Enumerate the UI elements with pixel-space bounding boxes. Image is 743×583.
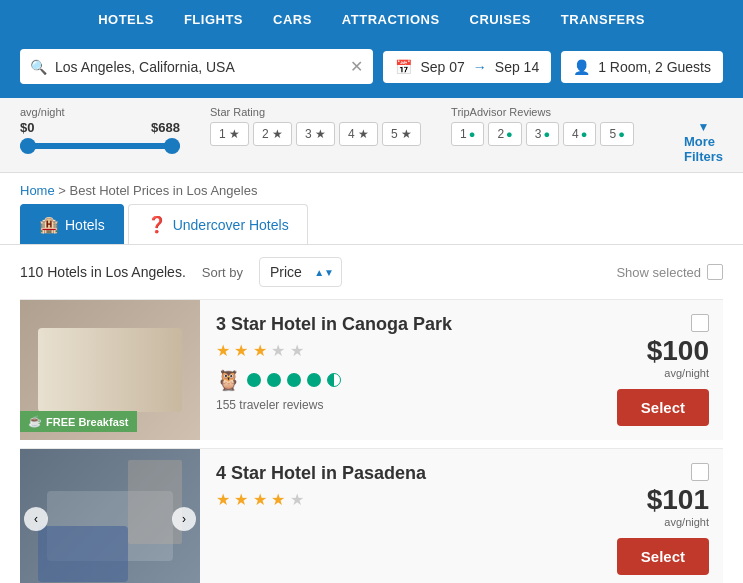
chevron-down-icon: ▼ (698, 120, 710, 134)
price-filter: avg/night $0 $688 (20, 106, 180, 149)
hotel-price-section-1: $100 avg/night Select (603, 300, 723, 440)
tab-undercover-hotels[interactable]: ❓ Undercover Hotels (128, 204, 308, 244)
hotel-next-button-2[interactable]: › (172, 507, 196, 531)
star-btn-2[interactable]: 2 ★ (253, 122, 292, 146)
search-guests-field[interactable]: 👤 1 Room, 2 Guests (561, 51, 723, 83)
star-filter-label: Star Rating (210, 106, 421, 118)
ta-owl-icon-1: 🦉 (216, 368, 241, 392)
free-breakfast-badge: ☕ FREE Breakfast (20, 411, 137, 432)
hotel-card-2: ‹ › 4 Star Hotel in Pasadena ★ ★ ★ ★ ★ $… (20, 448, 723, 583)
calendar-icon: 📅 (395, 59, 412, 75)
hotel-cards: ☕ FREE Breakfast 3 Star Hotel in Canoga … (0, 299, 743, 583)
person-icon: 👤 (573, 59, 590, 75)
clear-icon[interactable]: ✕ (350, 57, 363, 76)
hotel-name-2: 4 Star Hotel in Pasadena (216, 463, 589, 484)
ta-btn-2[interactable]: 2● (488, 122, 521, 146)
hotel-card-1: ☕ FREE Breakfast 3 Star Hotel in Canoga … (20, 299, 723, 440)
star-1-5: ★ (290, 342, 304, 359)
hotel-name-1: 3 Star Hotel in Canoga Park (216, 314, 589, 335)
ta-review-count-1: 155 traveler reviews (216, 398, 589, 412)
breakfast-icon: ☕ (28, 415, 42, 428)
hotel-price-label-1: avg/night (664, 367, 709, 379)
arrow-right-icon: → (473, 59, 487, 75)
ta-btn-5[interactable]: 5● (600, 122, 633, 146)
hotel-checkbox-1[interactable] (691, 314, 709, 332)
star-btn-4[interactable]: 4 ★ (339, 122, 378, 146)
ta-btn-4[interactable]: 4● (563, 122, 596, 146)
price-slider-track[interactable] (20, 143, 180, 149)
ta-buttons: 1● 2● 3● 4● 5● (451, 122, 634, 146)
price-min: $0 (20, 120, 34, 135)
hotel-image-wrapper-2: ‹ › (20, 449, 200, 583)
search-bar: 🔍 ✕ 📅 Sep 07 → Sep 14 👤 1 Room, 2 Guests (0, 39, 743, 98)
results-header: 110 Hotels in Los Angeles. Sort by Price… (0, 245, 743, 299)
star-rating-filter: Star Rating 1 ★ 2 ★ 3 ★ 4 ★ 5 ★ (210, 106, 421, 146)
ta-circle-1-4 (307, 373, 321, 387)
more-filters-label: MoreFilters (684, 134, 723, 164)
show-selected-label: Show selected (616, 265, 701, 280)
search-location-input[interactable] (55, 59, 342, 75)
hotel-checkbox-2[interactable] (691, 463, 709, 481)
ta-circle-1-2 (267, 373, 281, 387)
show-selected-checkbox[interactable] (707, 264, 723, 280)
nav-item-transfers[interactable]: TRANSFERS (561, 12, 645, 27)
star-1-2: ★ (234, 342, 248, 359)
ta-circle-1-1 (247, 373, 261, 387)
results-count: 110 Hotels in Los Angeles. (20, 264, 186, 280)
nav-item-hotels[interactable]: HOTELS (98, 12, 154, 27)
more-filters-button[interactable]: ▼ MoreFilters (684, 120, 723, 164)
price-filter-label: avg/night (20, 106, 180, 118)
star-1-1: ★ (216, 342, 230, 359)
breadcrumb-home[interactable]: Home (20, 183, 55, 198)
star-2-4: ★ (271, 491, 285, 508)
select-button-2[interactable]: Select (617, 538, 709, 575)
ta-btn-1[interactable]: 1● (451, 122, 484, 146)
search-location-field[interactable]: 🔍 ✕ (20, 49, 373, 84)
sort-label: Sort by (202, 265, 243, 280)
tripadvisor-filter: TripAdvisor Reviews 1● 2● 3● 4● 5● (451, 106, 634, 146)
hotels-tab-icon: 🏨 (39, 215, 59, 234)
ta-circle-1-3 (287, 373, 301, 387)
nav-item-flights[interactable]: FLIGHTS (184, 12, 243, 27)
date-from: Sep 07 (420, 59, 464, 75)
hotel-price-1: $100 (647, 337, 709, 365)
ta-reviews-1: 🦉 (216, 368, 589, 392)
star-btn-1[interactable]: 1 ★ (210, 122, 249, 146)
slider-thumb-right[interactable] (164, 138, 180, 154)
undercover-tab-icon: ❓ (147, 215, 167, 234)
search-dates-field[interactable]: 📅 Sep 07 → Sep 14 (383, 51, 551, 83)
breadcrumb: Home > Best Hotel Prices in Los Angeles (0, 173, 743, 204)
date-to: Sep 14 (495, 59, 539, 75)
hotel-price-2: $101 (647, 486, 709, 514)
star-1-4: ★ (271, 342, 285, 359)
slider-fill (20, 143, 180, 149)
select-button-1[interactable]: Select (617, 389, 709, 426)
hotel-prev-button-2[interactable]: ‹ (24, 507, 48, 531)
undercover-tab-label: Undercover Hotels (173, 217, 289, 233)
nav-item-cars[interactable]: CARS (273, 12, 312, 27)
breakfast-label: FREE Breakfast (46, 416, 129, 428)
tabs: 🏨 Hotels ❓ Undercover Hotels (0, 204, 743, 245)
nav-item-cruises[interactable]: CRUISES (470, 12, 531, 27)
ta-btn-3[interactable]: 3● (526, 122, 559, 146)
star-btn-3[interactable]: 3 ★ (296, 122, 335, 146)
search-icon: 🔍 (30, 59, 47, 75)
hotel-info-1: 3 Star Hotel in Canoga Park ★ ★ ★ ★ ★ 🦉 … (200, 300, 603, 440)
star-2-2: ★ (234, 491, 248, 508)
sort-select-wrapper: Price Rating Name ▲▼ (259, 257, 342, 287)
star-1-3: ★ (253, 342, 267, 359)
main-nav: HOTELS FLIGHTS CARS ATTRACTIONS CRUISES … (0, 0, 743, 39)
star-2-5: ★ (290, 491, 304, 508)
star-btn-5[interactable]: 5 ★ (382, 122, 421, 146)
tab-hotels[interactable]: 🏨 Hotels (20, 204, 124, 244)
sort-select[interactable]: Price Rating Name (259, 257, 342, 287)
slider-thumb-left[interactable] (20, 138, 36, 154)
nav-item-attractions[interactable]: ATTRACTIONS (342, 12, 440, 27)
price-max: $688 (151, 120, 180, 135)
star-buttons: 1 ★ 2 ★ 3 ★ 4 ★ 5 ★ (210, 122, 421, 146)
filters-bar: avg/night $0 $688 Star Rating 1 ★ 2 ★ 3 … (0, 98, 743, 173)
ta-circle-1-5 (327, 373, 341, 387)
star-2-1: ★ (216, 491, 230, 508)
show-selected-wrapper: Show selected (616, 264, 723, 280)
hotel-info-2: 4 Star Hotel in Pasadena ★ ★ ★ ★ ★ (200, 449, 603, 583)
